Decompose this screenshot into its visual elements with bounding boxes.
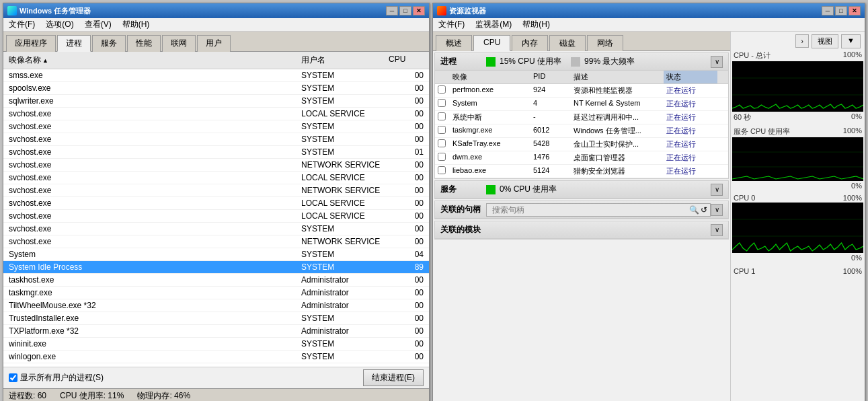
table-row[interactable]: spoolsv.exe SYSTEM 00 — [3, 82, 429, 95]
show-all-users-input[interactable] — [9, 373, 17, 382]
process-user: SYSTEM — [299, 249, 386, 260]
table-row[interactable]: winlogon.exe SYSTEM 00 — [3, 351, 429, 363]
process-section-header[interactable]: 进程 15% CPU 使用率 99% 最大频率 ∨ — [435, 53, 728, 71]
table-row[interactable]: wininit.exe SYSTEM 00 — [3, 338, 429, 351]
menu-options[interactable]: 选项(O) — [43, 18, 76, 31]
table-row[interactable]: svchost.exe NETWORK SERVICE 00 — [3, 159, 429, 172]
task-manager-title: Windows 任务管理器 — [19, 6, 91, 16]
table-row[interactable]: System Idle Process SYSTEM 89 — [3, 261, 429, 274]
restore-button[interactable]: □ — [399, 6, 411, 15]
proc-pid: 6012 — [530, 124, 571, 137]
process-user: LOCAL SERVICE — [299, 198, 386, 209]
table-row[interactable]: svchost.exe SYSTEM 00 — [3, 120, 429, 133]
tab-services[interactable]: 服务 — [92, 35, 126, 52]
view-button[interactable]: 视图 — [812, 34, 838, 48]
process-cpu: 00 — [386, 70, 426, 81]
view-dropdown-icon[interactable]: ▼ — [841, 34, 861, 48]
table-row[interactable]: taskmgr.exe Administrator 00 — [3, 287, 429, 299]
resmon-process-row[interactable]: liebao.exe 5124 猎豹安全浏览器 正在运行 — [435, 165, 728, 178]
table-row[interactable]: svchost.exe LOCAL SERVICE 00 — [3, 210, 429, 223]
table-row[interactable]: svchost.exe SYSTEM 00 — [3, 133, 429, 146]
svg-rect-3 — [732, 137, 863, 181]
header-username[interactable]: 用户名 — [299, 53, 386, 67]
table-row[interactable]: svchost.exe NETWORK SERVICE 00 — [3, 235, 429, 248]
handle-search-icon[interactable]: 🔍 — [689, 205, 699, 215]
table-row[interactable]: System SYSTEM 04 — [3, 248, 429, 261]
end-process-button[interactable]: 结束进程(E) — [363, 369, 424, 386]
menu-help[interactable]: 帮助(H) — [120, 18, 153, 31]
handle-search-input[interactable] — [489, 203, 689, 217]
tab-performance[interactable]: 性能 — [127, 35, 161, 52]
resmon-tab-disk[interactable]: 磁盘 — [549, 35, 586, 51]
handles-section-expand[interactable]: ∨ — [711, 204, 723, 216]
process-name: svchost.exe — [6, 236, 299, 247]
resmon-tab-cpu[interactable]: CPU — [473, 35, 510, 51]
resmon-maximize-button[interactable]: □ — [835, 6, 847, 15]
table-row[interactable]: svchost.exe SYSTEM 00 — [3, 223, 429, 235]
tab-processes[interactable]: 进程 — [57, 35, 91, 52]
process-user: SYSTEM — [299, 96, 386, 106]
table-row[interactable]: TiltWheelMouse.exe *32 Administrator 00 — [3, 299, 429, 312]
resmon-tab-network[interactable]: 网络 — [587, 35, 623, 51]
table-row[interactable]: svchost.exe NETWORK SERVICE 00 — [3, 184, 429, 197]
services-section-header[interactable]: 服务 0% CPU 使用率 ∨ — [435, 181, 728, 198]
resmon-process-row[interactable]: taskmgr.exe 6012 Windows 任务管理... 正在运行 — [435, 124, 728, 138]
tab-applications[interactable]: 应用程序 — [6, 35, 56, 52]
header-image-name[interactable]: 映像名称 ▲ — [6, 53, 299, 67]
handles-section: 关联的句柄 🔍 ↺ ∨ — [434, 200, 729, 219]
table-row[interactable]: smss.exe SYSTEM 00 — [3, 69, 429, 82]
process-name: svchost.exe — [6, 121, 299, 132]
resmon-menu-help[interactable]: 帮助(H) — [520, 18, 553, 31]
process-user: SYSTEM — [299, 313, 386, 324]
table-row[interactable]: svchost.exe SYSTEM 01 — [3, 146, 429, 159]
sh-status[interactable]: 状态 — [664, 71, 717, 83]
services-section-expand[interactable]: ∨ — [711, 184, 723, 196]
sh-desc[interactable]: 描述 — [571, 71, 664, 83]
resmon-menu-file[interactable]: 文件(F) — [436, 18, 467, 31]
resmon-tab-memory[interactable]: 内存 — [512, 35, 548, 51]
modules-section-header[interactable]: 关联的模块 ∨ — [435, 221, 728, 239]
table-row[interactable]: svchost.exe LOCAL SERVICE 00 — [3, 172, 429, 184]
table-row[interactable]: TXPlatform.exe *32 Administrator 00 — [3, 325, 429, 338]
show-all-users-checkbox[interactable]: 显示所有用户的进程(S) — [9, 372, 104, 384]
table-row[interactable]: taskhost.exe Administrator 00 — [3, 274, 429, 287]
menu-view[interactable]: 查看(V) — [82, 18, 114, 31]
close-button[interactable]: ✕ — [413, 6, 425, 15]
resmon-menu-monitor[interactable]: 监视器(M) — [473, 18, 514, 31]
minimize-button[interactable]: ─ — [386, 6, 398, 15]
status-bar: 进程数: 60 CPU 使用率: 11% 物理内存: 46% — [3, 388, 429, 401]
resmon-process-row[interactable]: perfmon.exe 924 资源和性能监视器 正在运行 — [435, 84, 728, 98]
proc-desc: 资源和性能监视器 — [571, 84, 664, 97]
process-section-body[interactable]: perfmon.exe 924 资源和性能监视器 正在运行 System 4 N… — [435, 84, 728, 178]
menu-file[interactable]: 文件(F) — [6, 18, 38, 31]
resmon-process-row[interactable]: System 4 NT Kernel & System 正在运行 — [435, 98, 728, 111]
cpu-total-percent: 100% — [843, 50, 862, 61]
process-table-body[interactable]: smss.exe SYSTEM 00 spoolsv.exe SYSTEM 00… — [3, 69, 429, 367]
resmon-title-bar: 资源监视器 ─ □ ✕ — [433, 3, 865, 18]
resmon-minimize-button[interactable]: ─ — [822, 6, 834, 15]
right-panel-expand-btn[interactable]: › — [795, 34, 809, 48]
sh-image[interactable]: 映像 — [450, 71, 530, 83]
cpu-total-label: CPU - 总计 — [734, 50, 771, 61]
resmon-process-row[interactable]: dwm.exe 1476 桌面窗口管理器 正在运行 — [435, 151, 728, 165]
table-row[interactable]: TrustedInstaller.exe SYSTEM 00 — [3, 312, 429, 325]
tab-networking[interactable]: 联网 — [162, 35, 196, 52]
proc-pid: 5124 — [530, 165, 571, 178]
table-row[interactable]: sqlwriter.exe SYSTEM 00 — [3, 95, 429, 108]
header-cpu[interactable]: CPU — [386, 53, 426, 67]
modules-section-expand[interactable]: ∨ — [711, 224, 723, 236]
cpu-indicator — [486, 57, 496, 67]
handles-section-header[interactable]: 关联的句柄 🔍 ↺ ∨ — [435, 201, 728, 219]
table-row[interactable]: svchost.exe LOCAL SERVICE 00 — [3, 108, 429, 120]
tab-users[interactable]: 用户 — [197, 35, 231, 52]
cpu0-label: CPU 0 — [734, 194, 755, 202]
table-row[interactable]: svchost.exe LOCAL SERVICE 00 — [3, 197, 429, 210]
resmon-tab-overview[interactable]: 概述 — [436, 35, 472, 51]
process-cpu: 00 — [386, 159, 426, 170]
resmon-close-button[interactable]: ✕ — [849, 6, 861, 15]
resmon-process-row[interactable]: 系统中断 - 延迟过程调用和中... 正在运行 — [435, 111, 728, 124]
sh-pid[interactable]: PID — [530, 71, 571, 83]
resmon-process-row[interactable]: KSafeTray.exe 5428 金山卫士实时保护... 正在运行 — [435, 138, 728, 151]
handle-refresh-icon[interactable]: ↺ — [701, 205, 707, 215]
process-section-expand[interactable]: ∨ — [711, 56, 723, 68]
